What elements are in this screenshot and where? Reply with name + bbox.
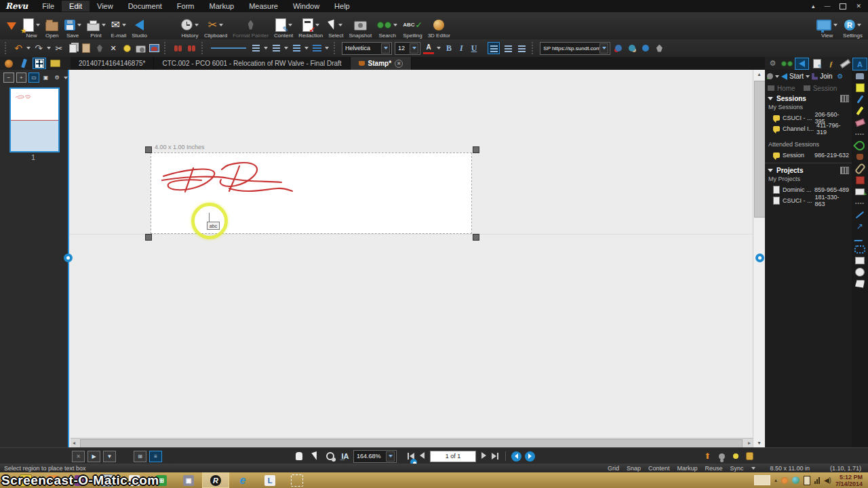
join-session-button[interactable]: Join [820, 73, 832, 80]
status-caret-icon[interactable] [751, 467, 755, 470]
measure-tab[interactable] [839, 58, 852, 69]
bookmarks-tab[interactable] [18, 58, 30, 68]
email-button[interactable]: ✉ E-mail [108, 13, 130, 39]
font-color-button[interactable]: A [423, 42, 434, 54]
page-thumbnail-1[interactable] [9, 87, 60, 152]
ellipse-tool-button[interactable] [853, 266, 867, 278]
zoom-tool-button[interactable] [325, 449, 336, 463]
thumbnails-tab[interactable] [33, 58, 46, 69]
lasso-tool-button[interactable] [853, 140, 867, 151]
export-file-button[interactable]: ▶ [87, 451, 100, 462]
studio-settings-icon[interactable]: ⚙ [837, 73, 843, 80]
text-tool-button[interactable]: A [852, 58, 867, 70]
resize-handle-bottom-right[interactable] [473, 234, 479, 241]
history-button[interactable]: History [178, 13, 201, 39]
eraser-tool-button[interactable] [853, 117, 867, 128]
flatten-button[interactable] [172, 41, 183, 55]
paragraph-button[interactable] [311, 41, 322, 55]
line-spacing-button[interactable] [291, 41, 302, 55]
taskbar-clock[interactable]: 5:12 PM 7/14/2014 [835, 474, 865, 487]
zoom-level-select[interactable]: 164.68% [353, 450, 397, 463]
print-button[interactable]: Print [84, 13, 108, 39]
search-button[interactable]: Search [374, 13, 400, 39]
taskbar-revu-button[interactable]: R [202, 472, 229, 488]
menu-markup[interactable]: Markup [201, 1, 241, 12]
resize-handle-top-left[interactable] [145, 146, 152, 153]
projects-collapse-icon[interactable] [768, 169, 773, 172]
redaction-button[interactable]: ✓ Redaction [296, 13, 326, 39]
italic-button[interactable]: I [457, 43, 466, 54]
font-size-select[interactable]: 12 [395, 42, 420, 55]
underline-button[interactable]: U [469, 43, 480, 54]
select-tool-button[interactable] [310, 449, 321, 463]
open-button[interactable]: Open [43, 13, 62, 39]
cloud-tool-button[interactable] [853, 243, 867, 255]
sessions-grid-icon[interactable] [840, 95, 849, 102]
new-button[interactable]: ★ New [20, 13, 43, 39]
menu-help[interactable]: Help [327, 1, 357, 12]
save-button[interactable]: Save [62, 13, 84, 39]
thumbs-options-button[interactable]: ⚙ [52, 73, 62, 82]
start-caret-icon[interactable] [806, 75, 810, 78]
last-page-button[interactable] [492, 453, 498, 460]
alerts-icon[interactable] [733, 453, 738, 459]
more-shapes-dots[interactable]: •••• [853, 197, 867, 209]
volume-icon[interactable]: ◀) [824, 476, 831, 484]
image-tool-button[interactable] [853, 174, 867, 186]
font-family-select[interactable]: Helvetica [342, 42, 392, 55]
pin-toolbar-icon[interactable]: ▴ [812, 3, 815, 9]
align-center-button[interactable] [502, 43, 513, 54]
session-row[interactable]: Channel I... 411-796-319 [765, 123, 852, 134]
javascript-tab[interactable]: ƒ [825, 58, 837, 69]
previous-view-button[interactable] [511, 451, 521, 462]
network-globe-icon[interactable] [792, 476, 800, 484]
sharepoint-sync-button[interactable] [640, 41, 651, 55]
menu-measure[interactable]: Measure [241, 1, 285, 12]
polygon-tool-button[interactable] [853, 278, 867, 289]
copy-button[interactable] [67, 41, 78, 55]
studio-session-button[interactable]: Session [813, 85, 837, 92]
resize-handle-top-right[interactable] [473, 146, 479, 153]
pen-tool-button[interactable] [853, 94, 867, 105]
projects-grid-icon[interactable] [840, 167, 849, 174]
undo-button[interactable]: ↶ [13, 41, 24, 55]
signal-bars-icon[interactable] [814, 477, 820, 484]
snapshot-small-button[interactable] [135, 41, 146, 55]
resize-handle-bottom-left[interactable] [145, 234, 152, 241]
revu-flag-icon[interactable] [7, 22, 16, 30]
cut-button[interactable]: ✂ [54, 41, 64, 55]
scroll-up-icon[interactable]: ▴ [753, 71, 765, 77]
align-left-button[interactable] [488, 42, 500, 54]
keyboard-tray-icon[interactable] [754, 475, 770, 485]
sessions-collapse-icon[interactable] [768, 97, 773, 100]
page-labels-button[interactable]: ▣ [41, 73, 51, 82]
page-number-toggle-button[interactable]: ▭ [28, 73, 39, 83]
redo-button[interactable]: ↷ [33, 41, 44, 55]
studio-home-button[interactable]: Home [777, 85, 795, 92]
clipboard-button[interactable]: ✂ Clipboard [201, 13, 230, 39]
studio-button[interactable]: Studio [129, 13, 150, 39]
menu-view[interactable]: View [90, 1, 121, 12]
account-caret-icon[interactable] [775, 75, 779, 78]
note-tool-button[interactable] [853, 82, 867, 94]
zoom-in-thumbs-button[interactable]: + [16, 73, 27, 83]
session-row[interactable]: Session 986-219-632 [765, 150, 852, 161]
grid-toggle[interactable]: Grid [608, 465, 619, 472]
vertical-scroll-thumb[interactable] [754, 81, 766, 218]
projects-section-header[interactable]: Projects [765, 165, 852, 176]
start-session-button[interactable]: Start [789, 73, 804, 80]
document-tab-2[interactable]: CTC.002 - PCO 6001 - Relocation of RW Va… [154, 57, 350, 70]
horizontal-scrollbar[interactable]: ◂ ▸ [71, 438, 753, 447]
pan-tool-button[interactable] [294, 449, 304, 463]
tab-close-icon[interactable]: ✕ [395, 60, 403, 68]
properties-tab[interactable]: ⚙ [766, 58, 779, 69]
more-tools-dots[interactable]: •••• [853, 128, 867, 140]
single-view-button[interactable]: ≡ [149, 451, 162, 462]
close-file-bottom-button[interactable]: ✕ [72, 451, 85, 462]
view-button[interactable]: View [814, 13, 840, 39]
zoom-out-thumbs-button[interactable]: − [3, 73, 14, 83]
taskbar-lync-button[interactable]: L [256, 472, 283, 488]
show-hidden-icons[interactable]: ▴ [774, 477, 777, 483]
scroll-left-icon[interactable]: ◂ [73, 440, 75, 446]
studio-account-icon[interactable] [767, 73, 773, 79]
